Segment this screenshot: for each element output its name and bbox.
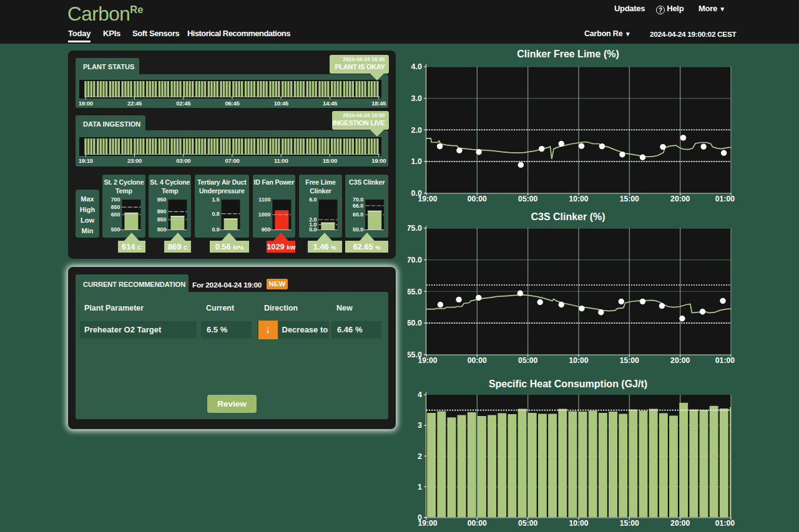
svg-text:4.0: 4.0	[411, 63, 422, 71]
svg-text:4: 4	[418, 391, 422, 399]
svg-text:11:00: 11:00	[273, 157, 288, 164]
svg-text:05:00: 05:00	[518, 519, 537, 528]
svg-text:19:00: 19:00	[418, 356, 437, 365]
svg-text:19:00: 19:00	[78, 99, 92, 106]
svg-text:18:45: 18:45	[371, 99, 386, 106]
svg-text:03:00: 03:00	[176, 157, 190, 164]
svg-text:66.0: 66.0	[353, 202, 363, 208]
svg-text:19:00: 19:00	[418, 194, 437, 203]
svg-text:500: 500	[111, 226, 120, 231]
svg-text:1.5: 1.5	[212, 196, 219, 203]
svg-text:60.0: 60.0	[353, 211, 363, 218]
svg-text:19:00: 19:00	[371, 157, 386, 164]
svg-text:0.0: 0.0	[309, 226, 316, 231]
svg-text:0.0: 0.0	[212, 226, 219, 231]
svg-text:700: 700	[111, 196, 120, 203]
svg-text:600: 600	[111, 211, 120, 218]
svg-text:50.0: 50.0	[353, 226, 363, 231]
svg-text:900: 900	[261, 226, 270, 231]
svg-text:20:00: 20:00	[670, 194, 690, 203]
svg-text:20:00: 20:00	[670, 356, 690, 365]
svg-text:2.0: 2.0	[411, 125, 422, 134]
svg-text:75.0: 75.0	[408, 225, 422, 233]
svg-text:850: 850	[157, 216, 167, 223]
svg-text:890: 890	[157, 208, 167, 215]
svg-text:10:00: 10:00	[569, 519, 588, 528]
svg-text:10:45: 10:45	[273, 99, 288, 106]
svg-text:1: 1	[418, 483, 422, 491]
svg-text:07:00: 07:00	[225, 157, 239, 164]
svg-text:05:00: 05:00	[518, 194, 537, 203]
svg-text:1100: 1100	[258, 196, 270, 203]
svg-text:23:00: 23:00	[127, 157, 141, 164]
svg-text:60.0: 60.0	[408, 319, 422, 327]
svg-text:70.0: 70.0	[408, 256, 422, 264]
svg-text:22:45: 22:45	[127, 99, 142, 106]
svg-text:650: 650	[111, 204, 120, 210]
svg-text:00:00: 00:00	[468, 194, 487, 203]
svg-text:1.0: 1.0	[411, 157, 422, 166]
svg-text:800: 800	[157, 226, 167, 231]
svg-text:15:00: 15:00	[620, 194, 639, 203]
svg-text:0.8: 0.8	[212, 210, 219, 216]
svg-text:20:00: 20:00	[670, 519, 690, 528]
svg-text:65.0: 65.0	[408, 288, 422, 296]
svg-text:70.0: 70.0	[353, 196, 363, 203]
svg-text:19:15: 19:15	[78, 157, 93, 164]
svg-text:15:00: 15:00	[620, 519, 639, 528]
svg-text:01:00: 01:00	[715, 519, 735, 528]
svg-text:05:00: 05:00	[518, 356, 537, 365]
svg-text:02:45: 02:45	[176, 99, 191, 106]
svg-text:01:00: 01:00	[715, 194, 735, 203]
svg-text:3: 3	[418, 421, 422, 430]
svg-text:14:45: 14:45	[322, 99, 337, 106]
svg-text:19:00: 19:00	[418, 519, 437, 528]
svg-text:1000: 1000	[258, 211, 271, 218]
svg-text:00:00: 00:00	[468, 519, 487, 528]
svg-text:950: 950	[157, 196, 167, 203]
svg-text:3.0: 3.0	[411, 94, 422, 102]
svg-text:10:00: 10:00	[569, 194, 588, 203]
svg-text:00:00: 00:00	[468, 356, 487, 365]
svg-text:2: 2	[418, 452, 422, 461]
svg-text:06:45: 06:45	[225, 99, 240, 106]
svg-text:15:00: 15:00	[322, 157, 336, 164]
svg-text:15:00: 15:00	[620, 356, 639, 365]
svg-text:10:00: 10:00	[569, 356, 588, 365]
svg-text:6.0: 6.0	[309, 196, 316, 203]
svg-text:01:00: 01:00	[715, 356, 735, 365]
